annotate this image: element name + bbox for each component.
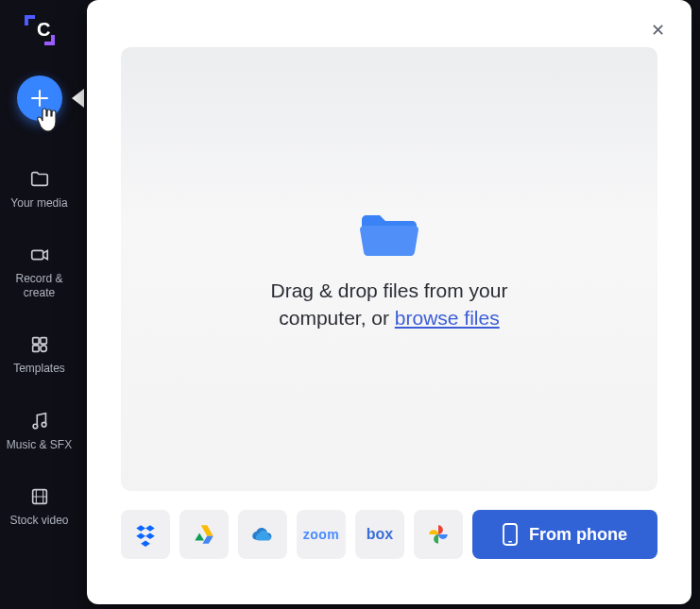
- sidebar-item-label: Your media: [10, 196, 67, 210]
- source-dropbox[interactable]: [121, 510, 170, 559]
- source-onedrive[interactable]: [238, 510, 287, 559]
- app-logo: C: [23, 13, 57, 47]
- sidebar-item-label: Music & SFX: [7, 438, 72, 451]
- folder-icon: [28, 168, 51, 191]
- source-row: zoom box From phone: [121, 510, 657, 559]
- dropzone-text: Drag & drop files from your computer, or…: [271, 277, 508, 332]
- sidebar-item-music-sfx[interactable]: Music & SFX: [0, 410, 78, 451]
- sidebar-item-stock-video[interactable]: Stock video: [0, 485, 78, 527]
- sidebar-item-label: Templates: [13, 362, 65, 375]
- folder-open-icon: [356, 207, 422, 260]
- from-phone-button[interactable]: From phone: [472, 510, 657, 559]
- import-panel: ✕ Drag & drop files from your computer, …: [87, 0, 691, 604]
- svg-text:C: C: [37, 19, 50, 40]
- browse-files-link[interactable]: browse files: [395, 307, 500, 329]
- svg-point-7: [42, 422, 46, 427]
- source-zoom[interactable]: zoom: [297, 510, 346, 559]
- main-area: ✕ Drag & drop files from your computer, …: [78, 0, 700, 609]
- googledrive-icon: [192, 522, 216, 547]
- svg-rect-1: [31, 251, 43, 260]
- source-googledrive[interactable]: [179, 510, 229, 559]
- close-button[interactable]: ✕: [648, 21, 667, 40]
- add-button[interactable]: [17, 76, 62, 121]
- svg-rect-2: [32, 338, 38, 344]
- svg-rect-10: [508, 541, 512, 543]
- dropbox-icon: [133, 522, 158, 547]
- music-icon: [28, 410, 51, 432]
- box-icon: box: [367, 526, 393, 543]
- source-googlephotos[interactable]: [414, 510, 463, 559]
- sidebar-item-label: Stock video: [9, 514, 68, 527]
- svg-rect-4: [32, 346, 38, 351]
- phone-icon: [503, 523, 518, 546]
- googlephotos-icon: [426, 522, 451, 547]
- sidebar-item-templates[interactable]: Templates: [0, 333, 78, 375]
- svg-rect-3: [40, 338, 45, 344]
- dropzone[interactable]: Drag & drop files from your computer, or…: [121, 47, 657, 491]
- camera-icon: [28, 244, 51, 266]
- sidebar-item-record-create[interactable]: Record & create: [0, 244, 78, 299]
- source-box[interactable]: box: [355, 510, 404, 559]
- dropzone-line1: Drag & drop files from your: [271, 277, 508, 304]
- sidebar-item-your-media[interactable]: Your media: [0, 168, 78, 210]
- sidebar: C Your media Record & create Templates M…: [0, 0, 78, 609]
- svg-point-5: [40, 346, 45, 351]
- templates-icon: [28, 333, 51, 356]
- dropzone-line2a: computer, or: [279, 307, 395, 329]
- close-icon: ✕: [651, 20, 665, 41]
- onedrive-icon: [250, 522, 275, 547]
- stockvideo-icon: [28, 485, 51, 508]
- zoom-icon: zoom: [303, 527, 340, 542]
- sidebar-item-label: Record & create: [0, 272, 78, 299]
- svg-point-6: [33, 424, 38, 429]
- from-phone-label: From phone: [529, 525, 627, 545]
